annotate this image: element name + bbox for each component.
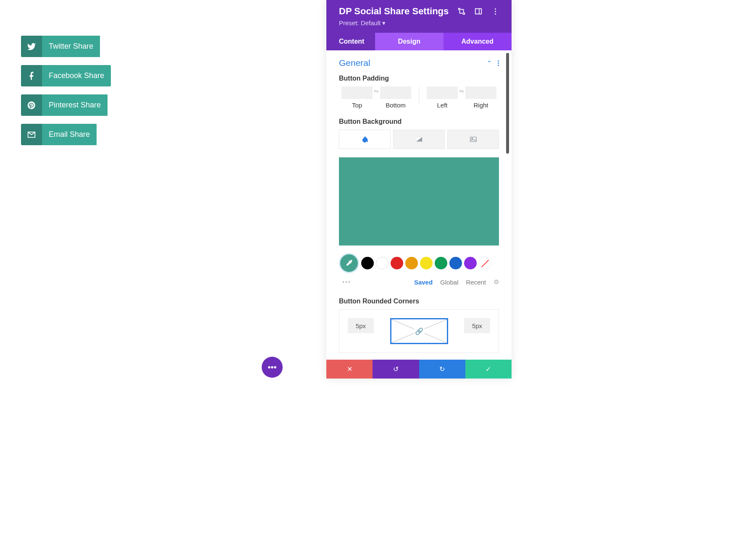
pinterest-icon: [21, 94, 42, 116]
twitter-icon: [21, 36, 42, 57]
share-label: Pinterest Share: [42, 94, 108, 116]
link-icon[interactable]: 🔗: [414, 326, 424, 336]
section-title: General: [339, 58, 370, 68]
share-label: Email Share: [42, 124, 97, 145]
swatch-red[interactable]: [391, 257, 403, 269]
svg-rect-5: [470, 137, 476, 142]
button-padding-label: Button Padding: [339, 75, 499, 82]
more-actions-fab[interactable]: •••: [262, 357, 283, 378]
swatch-orange[interactable]: [405, 257, 418, 269]
action-bar: ✕ ↺ ↻ ✓: [326, 360, 512, 379]
undo-button[interactable]: ↺: [373, 360, 419, 379]
redo-button[interactable]: ↻: [419, 360, 465, 379]
bg-tab-image[interactable]: [447, 130, 499, 149]
redo-icon: ↻: [439, 365, 445, 373]
corner-top-right-input[interactable]: [464, 318, 490, 333]
svg-rect-0: [460, 10, 464, 13]
email-icon: [21, 124, 42, 145]
scrollbar-thumb[interactable]: [506, 53, 509, 154]
corner-preview[interactable]: 🔗: [390, 318, 448, 344]
svg-point-6: [471, 138, 472, 139]
panel-title: DP Social Share Settings: [339, 6, 449, 17]
padding-left-input[interactable]: [427, 86, 458, 99]
undo-icon: ↺: [393, 365, 399, 373]
close-icon: ✕: [347, 365, 352, 373]
tab-content[interactable]: Content: [326, 33, 375, 50]
swatch-black[interactable]: [361, 257, 374, 269]
share-button-email[interactable]: Email Share: [21, 124, 103, 145]
link-icon[interactable]: ⇋: [459, 88, 464, 94]
swatch-blue[interactable]: [449, 257, 462, 269]
svg-point-3: [366, 141, 368, 142]
share-button-pinterest[interactable]: Pinterest Share: [21, 94, 111, 116]
facebook-icon: [21, 65, 42, 86]
corner-top-left-input[interactable]: [348, 318, 374, 333]
kebab-icon[interactable]: [491, 8, 499, 15]
padding-bottom-input[interactable]: [380, 86, 411, 99]
save-button[interactable]: ✓: [465, 360, 512, 379]
check-icon: ✓: [486, 365, 491, 373]
dock-icon[interactable]: [475, 8, 482, 15]
share-label: Twitter Share: [42, 36, 100, 57]
gear-icon[interactable]: ⚙: [494, 278, 499, 286]
palette-saved[interactable]: Saved: [414, 279, 433, 286]
share-button-facebook[interactable]: Facebook Share: [21, 65, 111, 86]
dots-icon: •••: [268, 363, 276, 372]
panel-header: DP Social Share Settings Preset: Default…: [326, 0, 512, 33]
button-background-label: Button Background: [339, 118, 499, 125]
padding-right-input[interactable]: [465, 86, 496, 99]
swatch-green[interactable]: [435, 257, 447, 269]
swatch-white[interactable]: [376, 257, 388, 269]
share-buttons-preview: Twitter Share Facebook Share Pinterest S…: [21, 36, 111, 145]
share-button-twitter[interactable]: Twitter Share: [21, 36, 111, 57]
eyedropper-button[interactable]: [339, 253, 359, 273]
palette-global[interactable]: Global: [440, 279, 458, 286]
kebab-icon[interactable]: [498, 60, 499, 66]
padding-inputs: Top ⇋ Bottom Left ⇋ Right: [339, 86, 499, 109]
swatch-purple[interactable]: [464, 257, 477, 269]
tab-design[interactable]: Design: [375, 33, 444, 50]
padding-top-input[interactable]: [341, 86, 373, 99]
panel-tabs: Content Design Advanced: [326, 33, 512, 50]
section-general-header[interactable]: General ⌃: [339, 58, 499, 68]
bg-tab-color[interactable]: [339, 130, 391, 149]
preset-selector[interactable]: Preset: Default ▾: [339, 19, 499, 27]
rounded-corners-label: Button Rounded Corners: [339, 298, 499, 305]
chevron-down-icon: ▾: [382, 19, 386, 26]
color-swatches: [339, 253, 499, 273]
share-label: Facebook Share: [42, 65, 111, 86]
chevron-up-icon[interactable]: ⌃: [487, 60, 492, 66]
rounded-corners-box: 🔗: [339, 309, 499, 353]
palette-recent[interactable]: Recent: [466, 279, 486, 286]
bg-tab-gradient[interactable]: [393, 130, 445, 149]
expand-icon[interactable]: [458, 8, 465, 15]
panel-body: General ⌃ Button Padding Top ⇋ Bottom Le…: [326, 50, 512, 360]
more-icon[interactable]: •••: [339, 279, 351, 285]
settings-panel: DP Social Share Settings Preset: Default…: [326, 0, 512, 379]
tab-advanced[interactable]: Advanced: [444, 33, 512, 50]
color-preview[interactable]: [339, 157, 499, 245]
swatch-yellow[interactable]: [420, 257, 433, 269]
svg-rect-1: [475, 9, 481, 14]
divider: [419, 86, 419, 105]
palette-meta: ••• Saved Global Recent ⚙: [339, 278, 499, 286]
swatch-none[interactable]: [479, 257, 491, 269]
cancel-button[interactable]: ✕: [326, 360, 373, 379]
link-icon[interactable]: ⇋: [374, 88, 379, 94]
